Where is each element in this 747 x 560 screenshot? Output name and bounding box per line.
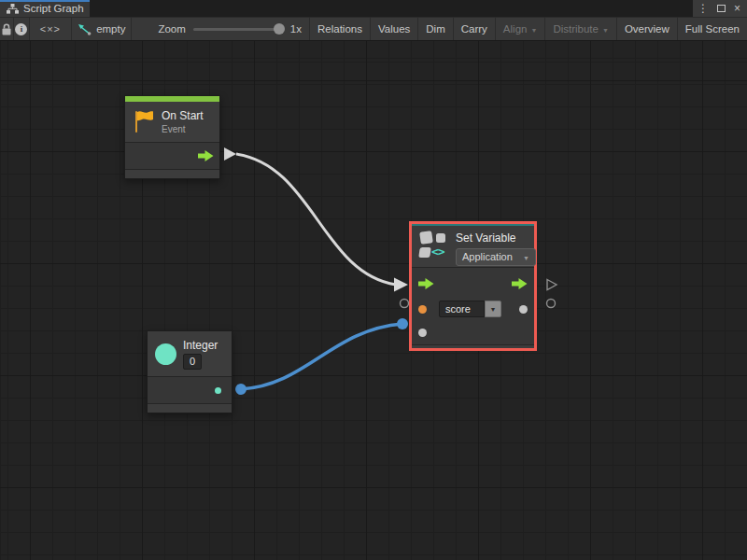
chevron-down-icon: ▼ [490, 306, 497, 313]
lock-icon [1, 23, 12, 35]
node-on-start[interactable]: On Start Event [124, 95, 220, 179]
value-output-indicator-circle [547, 300, 556, 308]
set-variable-ports: score ▼ [412, 267, 534, 345]
close-button[interactable]: × [734, 0, 740, 17]
info-icon: i [15, 23, 27, 35]
flow-wire [236, 154, 396, 285]
lock-button[interactable] [0, 18, 14, 40]
selection-label: empty [96, 23, 125, 35]
set-variable-header: <> Set Variable Application ▼ [412, 226, 534, 267]
variable-name-field[interactable]: score [439, 301, 485, 317]
angle-brackets-icon: <> [431, 245, 444, 259]
toolbar-buttons: Relations Values Dim Carry Align ▼ Distr… [309, 18, 747, 40]
overview-button[interactable]: Overview [616, 18, 677, 40]
values-button[interactable]: Values [370, 18, 417, 40]
flow-wire-arrowhead [394, 278, 408, 292]
integer-output-port[interactable] [215, 387, 221, 394]
wire-layer [0, 41, 747, 560]
dim-button[interactable]: Dim [417, 18, 452, 40]
info-button[interactable]: i [14, 18, 29, 40]
value-output-port[interactable] [519, 305, 528, 314]
on-start-ports [125, 142, 219, 170]
titlebar: Script Graph ⋮ × [0, 0, 747, 17]
value-wire [241, 324, 402, 389]
set-variable-footer [412, 345, 534, 348]
flag-icon [133, 109, 155, 134]
code-preview-button[interactable]: <×> [30, 18, 72, 40]
tab-script-graph[interactable]: Script Graph [0, 0, 90, 17]
zoom-value: 1x [290, 23, 302, 35]
value-wire-end-cap [397, 318, 408, 329]
chevron-down-icon: ▼ [530, 27, 537, 34]
graph-canvas[interactable]: On Start Event <> Set Variable Applicati… [0, 41, 747, 560]
integer-header: Integer 0 [148, 331, 232, 376]
graph-pointer-icon [78, 23, 92, 35]
node-title: Integer [183, 339, 218, 352]
flow-port-row [412, 272, 534, 297]
name-port-row: score ▼ [412, 297, 534, 322]
flow-input-port[interactable] [418, 278, 434, 289]
chevron-down-icon: ▼ [602, 27, 609, 34]
zoom-slider-handle[interactable] [274, 23, 285, 35]
flow-output-port[interactable] [512, 278, 528, 289]
flow-output-indicator-triangle [547, 280, 557, 290]
graph-toolbar: i <×> empty Zoom 1x Relations Values Dim… [0, 17, 747, 41]
code-preview-icon: <×> [40, 23, 61, 35]
integer-value-field[interactable]: 0 [183, 354, 202, 370]
selection-inspector[interactable]: empty [72, 18, 132, 40]
distribute-dropdown: Distribute ▼ [544, 18, 616, 40]
integer-ports [148, 376, 232, 404]
on-start-header: On Start Event [125, 102, 219, 142]
flow-wire-start-cap [224, 147, 236, 161]
maximize-button[interactable] [717, 5, 726, 12]
value-wire-start-cap [235, 384, 247, 395]
tab-label: Script Graph [23, 3, 84, 14]
scope-label: Application [462, 251, 513, 262]
integer-footer [148, 404, 232, 413]
on-start-footer [125, 170, 219, 178]
zoom-label: Zoom [158, 23, 185, 35]
variable-name-dropdown-button[interactable]: ▼ [485, 301, 501, 317]
carry-button[interactable]: Carry [453, 18, 495, 40]
node-title: On Start [162, 109, 204, 122]
node-integer[interactable]: Integer 0 [147, 330, 233, 413]
active-tab-accent [0, 0, 90, 2]
flow-output-port[interactable] [198, 150, 214, 161]
relations-button[interactable]: Relations [309, 18, 370, 40]
window-controls: ⋮ × [693, 0, 747, 17]
node-title: Set Variable [456, 231, 536, 245]
value-input-indicator-circle [401, 300, 409, 308]
variable-scope-dropdown[interactable]: Application ▼ [456, 248, 536, 266]
graph-icon [7, 4, 19, 14]
value-input-port[interactable] [418, 329, 427, 337]
fullscreen-button[interactable]: Full Screen [677, 18, 747, 40]
window-menu-button[interactable]: ⋮ [698, 0, 709, 17]
align-dropdown: Align ▼ [495, 18, 545, 40]
integer-type-icon [155, 343, 176, 365]
zoom-slider[interactable] [193, 28, 283, 31]
name-input-port[interactable] [418, 305, 427, 314]
node-set-variable[interactable]: <> Set Variable Application ▼ [409, 221, 537, 351]
chevron-down-icon: ▼ [523, 255, 529, 261]
zoom-control: Zoom 1x [132, 23, 309, 35]
set-variable-icon: <> [419, 231, 449, 259]
node-subtitle: Event [162, 124, 204, 134]
value-port-row [412, 322, 534, 344]
